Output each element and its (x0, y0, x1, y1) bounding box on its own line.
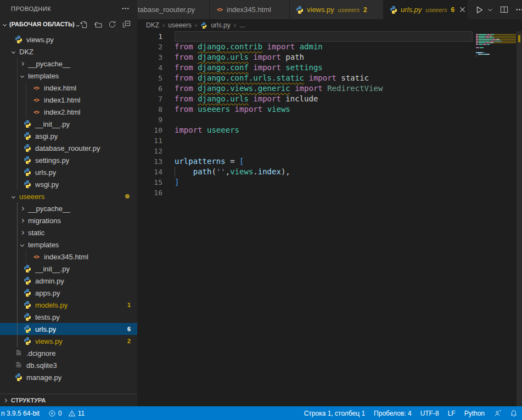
tree-indent-guide (26, 82, 26, 118)
minimap-line (476, 46, 516, 47)
new-file-icon[interactable] (80, 20, 88, 29)
tree-item-manage-py[interactable]: manage.py (0, 371, 137, 383)
python-interpreter-status[interactable]: n 3.9.5 64-bit (1, 410, 40, 417)
tree-item-wsgi-py[interactable]: wsgi.py (0, 178, 137, 190)
tree-item-views-py[interactable]: views.py2 (0, 335, 137, 347)
minimap[interactable] (476, 32, 516, 59)
tree-item--pycache-[interactable]: __pycache__ (0, 58, 137, 70)
new-folder-icon[interactable] (94, 20, 102, 29)
html-icon: <> (32, 83, 41, 92)
close-icon[interactable] (459, 7, 465, 13)
line-number: 4 (137, 63, 162, 73)
tree-item-templates[interactable]: templates (0, 70, 137, 82)
line-number: 16 (137, 188, 162, 198)
tree-item--pycache-[interactable]: __pycache__ (0, 202, 137, 214)
breadcrumb-item[interactable]: DKZ (146, 21, 159, 29)
code-editor[interactable]: 12from django.contrib import admin3from … (137, 31, 522, 406)
tree-indent-guide (17, 58, 18, 190)
code-line-16: 16 (137, 188, 522, 198)
more-horizontal-icon[interactable] (515, 5, 522, 14)
tree-item-migrations[interactable]: migrations (0, 214, 137, 226)
tab-tabase-roouter-py[interactable]: tabase_roouter.py (137, 0, 210, 19)
code-line-6: 6from django.views.generic import Redire… (137, 83, 522, 94)
breadcrumb-item[interactable]: useeers (168, 21, 192, 29)
tree-item-index2-html[interactable]: <>index2.html (0, 106, 137, 118)
outline-section-header[interactable]: СТРУКТУРА (0, 394, 137, 406)
tree-item-useeers[interactable]: useeers (0, 190, 137, 202)
chevron-right-icon: › (234, 21, 236, 29)
chevron-right-icon: › (195, 21, 197, 29)
tree-item--init-py[interactable]: __init__.py (0, 263, 137, 275)
tree-item-static[interactable]: static (0, 226, 137, 239)
vertical-scrollbar[interactable] (517, 31, 522, 406)
minimap-line (476, 37, 516, 38)
tree-item-db-sqlite3[interactable]: db.sqlite3 (0, 359, 137, 371)
tree-item-tests-py[interactable]: tests.py (0, 311, 137, 323)
tab-problems-badge: 6 (451, 6, 454, 14)
collapse-all-icon[interactable] (122, 20, 131, 29)
more-horizontal-icon[interactable] (121, 4, 130, 13)
code-line-13: 13urlpatterns = [ (137, 156, 522, 167)
problems-status[interactable]: 0 11 (48, 410, 85, 417)
tree-item-apps-py[interactable]: apps.py (0, 287, 137, 299)
eol-sequence[interactable]: LF (448, 410, 456, 417)
encoding[interactable]: UTF-8 (420, 410, 439, 417)
breadcrumb-item[interactable]: urls.py (211, 21, 230, 29)
line-content: from django.urls import include (175, 94, 473, 104)
tab-index345-html[interactable]: <>index345.html (210, 0, 290, 19)
tree-item-label: templates (28, 241, 59, 249)
tree-item-label: db.sqlite3 (26, 361, 57, 370)
tree-item-label: settings.py (35, 156, 69, 164)
tree-item--init-py[interactable]: __init__.py (0, 118, 137, 130)
tree-item-index345-html[interactable]: <>index345.html (0, 251, 137, 263)
tree-item-label: __init__.py (35, 265, 70, 273)
tree-item-settings-py[interactable]: settings.py (0, 154, 137, 166)
tree-item-label: database_roouter.py (35, 144, 100, 152)
tree-item-views-py[interactable]: views.py (0, 33, 137, 46)
tree-item-admin-py[interactable]: admin.py (0, 275, 137, 287)
tree-item-index-html[interactable]: <>index.html (0, 82, 137, 94)
tree-item-label: models.py (35, 301, 68, 309)
tree-item-models-py[interactable]: models.py1 (0, 299, 137, 311)
run-icon[interactable] (475, 5, 484, 14)
tree-item-dkz[interactable]: DKZ (0, 46, 137, 58)
tree-item-index1-html[interactable]: <>index1.html (0, 94, 137, 106)
error-count: 0 (58, 410, 62, 417)
refresh-icon[interactable] (108, 20, 116, 29)
tab-bar: tabase_roouter.py<>index345.htmlviews.py… (137, 0, 522, 19)
tree-item-label: useeers (19, 192, 44, 201)
tree-item-label: __pycache__ (28, 60, 70, 68)
python-icon (14, 35, 23, 44)
editor-group: tabase_roouter.py<>index345.htmlviews.py… (137, 0, 522, 406)
tree-item-asgi-py[interactable]: asgi.py (0, 130, 137, 142)
bell-icon[interactable] (510, 410, 518, 417)
workspace-section-header[interactable]: (РАБОЧАЯ ОБЛАСТЬ) ... (0, 17, 137, 31)
python-icon (23, 325, 32, 333)
tree-item-urls-py[interactable]: urls.py6 (0, 323, 137, 335)
code-line-1: 1 (137, 31, 522, 42)
person-feedback-icon[interactable] (493, 410, 501, 417)
split-editor-icon[interactable] (500, 5, 508, 14)
minimap-line (476, 42, 516, 43)
tree-item-database-roouter-py[interactable]: database_roouter.py (0, 142, 137, 154)
tree-item-urls-py[interactable]: urls.py (0, 166, 137, 178)
tree-item--dcignore[interactable]: .dcignore (0, 347, 137, 359)
tree-item-templates[interactable]: templates (0, 239, 137, 251)
language-mode[interactable]: Python (464, 410, 485, 417)
code-line-8: 8from useeers import views (137, 104, 522, 115)
line-number: 2 (137, 42, 162, 52)
tab-views-py[interactable]: views.pyuseeers2 (290, 0, 384, 19)
run-dropdown-chevron-icon[interactable] (487, 7, 493, 13)
line-content: ] (175, 177, 473, 188)
tab-directory-hint: useeers (338, 7, 360, 13)
line-content: from django.conf.urls.static import stat… (175, 73, 473, 83)
indentation[interactable]: Пробелов: 4 (374, 410, 412, 417)
breadcrumb-item[interactable]: ... (239, 21, 245, 29)
python-icon (389, 5, 398, 14)
html-icon: <> (32, 107, 41, 116)
tree-item-label: migrations (28, 217, 61, 225)
tab-urls-py[interactable]: urls.pyuseeers6 (384, 0, 468, 19)
tree-indent-guide (26, 251, 26, 263)
cursor-position[interactable]: Строка 1, столбец 1 (304, 410, 365, 417)
line-number: 6 (137, 83, 162, 94)
